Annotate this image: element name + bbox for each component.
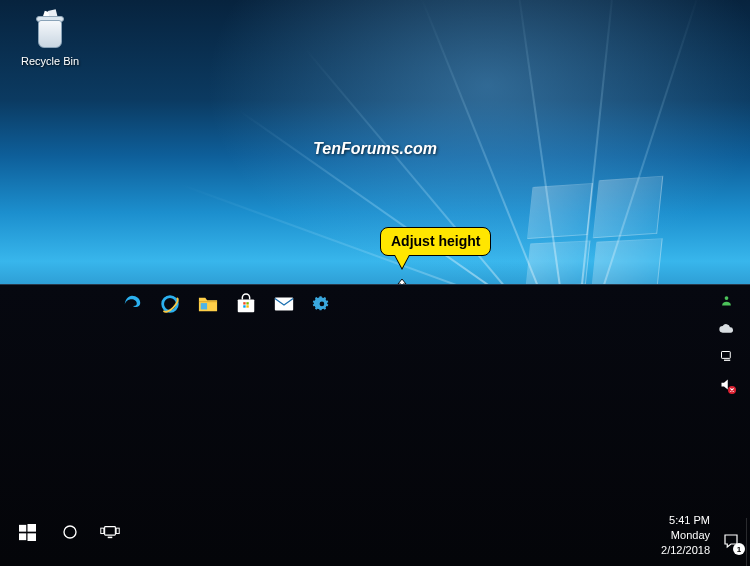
clock-day: Monday bbox=[661, 528, 710, 543]
svg-rect-7 bbox=[275, 298, 293, 311]
clock-time: 5:41 PM bbox=[661, 513, 710, 528]
system-tray bbox=[718, 292, 734, 392]
cortana-circle-icon bbox=[61, 523, 79, 541]
pinned-settings-app[interactable] bbox=[310, 292, 334, 316]
pinned-edge[interactable] bbox=[120, 292, 144, 316]
start-button[interactable] bbox=[4, 512, 50, 552]
action-center-button[interactable]: 1 bbox=[722, 532, 742, 552]
desktop-wallpaper[interactable]: Recycle Bin TenForums.com Adjust height bbox=[0, 0, 750, 284]
wallpaper-art bbox=[526, 240, 591, 284]
taskbar[interactable]: 5:41 PM Monday 2/12/2018 1 bbox=[0, 284, 750, 566]
tooltip-callout: Adjust height bbox=[380, 227, 491, 256]
pinned-mail[interactable] bbox=[272, 292, 296, 316]
tray-onedrive[interactable] bbox=[718, 320, 734, 336]
tooltip-label: Adjust height bbox=[391, 233, 480, 249]
clock-date: 2/12/2018 bbox=[661, 543, 710, 558]
svg-point-8 bbox=[724, 296, 728, 300]
meet-now-icon bbox=[719, 293, 734, 308]
pinned-file-explorer[interactable] bbox=[196, 292, 220, 316]
cortana-button[interactable] bbox=[50, 512, 90, 552]
folder-icon bbox=[197, 294, 219, 314]
wallpaper-art bbox=[238, 110, 501, 284]
network-icon bbox=[719, 349, 734, 364]
svg-rect-15 bbox=[27, 533, 36, 541]
svg-rect-5 bbox=[243, 305, 245, 307]
task-view-icon bbox=[100, 524, 120, 540]
svg-rect-9 bbox=[721, 351, 730, 358]
recycle-bin-label: Recycle Bin bbox=[14, 55, 86, 67]
taskbar-resize-edge[interactable] bbox=[0, 284, 750, 285]
muted-badge-icon bbox=[728, 386, 736, 394]
recycle-bin-icon[interactable]: Recycle Bin bbox=[14, 10, 86, 67]
svg-rect-6 bbox=[246, 305, 248, 307]
gear-icon bbox=[312, 294, 332, 314]
notification-count-badge: 1 bbox=[733, 543, 745, 555]
svg-rect-20 bbox=[108, 537, 113, 539]
mail-icon bbox=[273, 294, 295, 314]
tray-network[interactable] bbox=[718, 348, 734, 364]
taskbar-system-row bbox=[0, 508, 750, 556]
watermark-text: TenForums.com bbox=[0, 140, 750, 158]
svg-rect-10 bbox=[724, 359, 730, 360]
svg-rect-2 bbox=[238, 299, 255, 312]
cloud-icon bbox=[718, 322, 734, 334]
task-view-button[interactable] bbox=[90, 512, 130, 552]
svg-rect-13 bbox=[27, 524, 36, 532]
svg-rect-19 bbox=[116, 528, 119, 533]
show-desktop-button[interactable] bbox=[746, 518, 750, 566]
windows-logo-icon bbox=[19, 524, 36, 541]
svg-point-16 bbox=[64, 526, 76, 538]
store-icon bbox=[235, 293, 257, 315]
ie-icon bbox=[159, 293, 181, 315]
tray-meet-now[interactable] bbox=[718, 292, 734, 308]
wallpaper-art bbox=[591, 238, 662, 284]
svg-rect-17 bbox=[105, 527, 116, 535]
svg-rect-3 bbox=[243, 302, 245, 304]
taskbar-clock[interactable]: 5:41 PM Monday 2/12/2018 bbox=[661, 513, 710, 558]
pinned-internet-explorer[interactable] bbox=[158, 292, 182, 316]
svg-rect-18 bbox=[101, 528, 104, 533]
wallpaper-art bbox=[527, 183, 593, 239]
wallpaper-art bbox=[593, 176, 664, 238]
pinned-microsoft-store[interactable] bbox=[234, 292, 258, 316]
svg-rect-12 bbox=[19, 524, 26, 531]
svg-rect-4 bbox=[246, 302, 248, 304]
tray-volume[interactable] bbox=[718, 376, 734, 392]
svg-rect-1 bbox=[201, 303, 207, 309]
edge-icon bbox=[121, 293, 143, 315]
trash-icon bbox=[29, 10, 71, 52]
svg-rect-14 bbox=[19, 533, 26, 540]
taskbar-pinned-apps bbox=[120, 292, 334, 316]
